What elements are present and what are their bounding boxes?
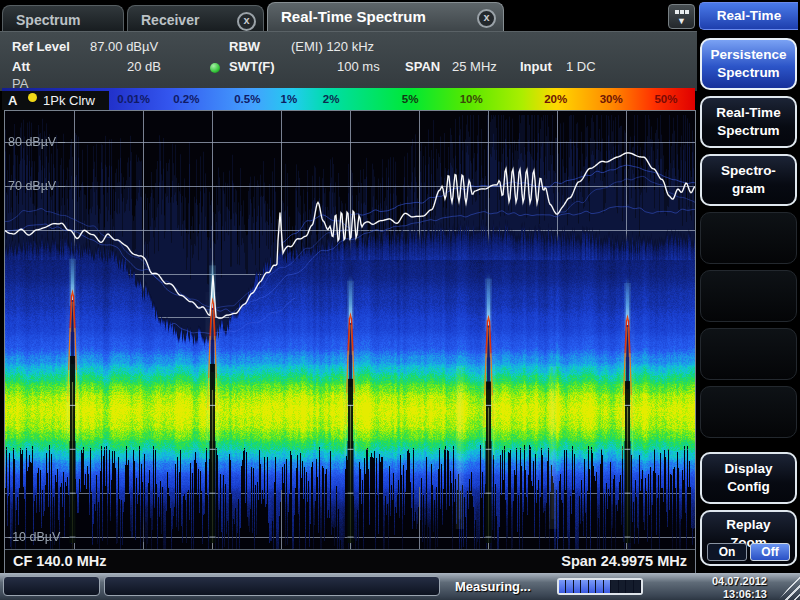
ref-level-label[interactable]: Ref Level — [12, 39, 70, 54]
span-value-bottom[interactable]: Span 24.9975 MHz — [561, 553, 687, 569]
softkey-menu-title: Real-Time — [699, 2, 798, 30]
swt-led-icon — [210, 63, 220, 73]
measuring-status: Measuring... — [455, 579, 531, 594]
trace-color-dot-icon — [28, 93, 37, 102]
frequency-bar: CF 140.0 MHz Span 24.9975 MHz — [5, 549, 695, 573]
grid-dots-icon — [675, 10, 679, 14]
softkey-empty-1[interactable] — [700, 212, 797, 264]
swt-value[interactable]: 100 ms — [337, 59, 380, 74]
softkey-empty-2[interactable] — [700, 270, 797, 322]
scale-label: 0.2% — [173, 93, 199, 105]
detector-label: 1Pk — [43, 93, 65, 108]
status-bar: Measuring... wwwdzcentronic.com 04.07.20… — [0, 573, 800, 600]
y-axis-label: 70 dBµV — [8, 179, 65, 193]
replay-zoom-off[interactable]: Off — [750, 543, 790, 561]
tab-overflow-button[interactable]: ▼ — [668, 4, 695, 29]
softkey-spectrogram[interactable]: Spectro-gram — [700, 154, 797, 206]
trace-info-box: A 1Pk Clrw — [2, 91, 109, 110]
measure-progress-bar — [557, 578, 643, 595]
rbw-label[interactable]: RBW — [229, 39, 260, 54]
softkey-empty-4[interactable] — [700, 386, 797, 438]
close-icon[interactable]: x — [237, 12, 256, 31]
span-value[interactable]: 25 MHz — [452, 59, 497, 74]
tab-real-time-spectrum[interactable]: Real-Time Spectrumx — [267, 2, 504, 32]
softkey-persistence-spectrum[interactable]: PersistenceSpectrum — [700, 38, 797, 90]
chevron-down-icon: ▼ — [669, 16, 694, 26]
y-axis-label: -10 dBµV — [8, 530, 69, 544]
date-label: 04.07.2012 — [712, 575, 767, 588]
close-icon[interactable]: x — [477, 9, 496, 28]
persistence-spectrum-canvas[interactable] — [5, 111, 695, 549]
status-slot-2 — [104, 576, 440, 596]
tab-receiver[interactable]: Receiverx — [127, 5, 264, 32]
instrument-screen: Spectrum Receiverx Real-Time Spectrumx ▼… — [0, 0, 800, 600]
window-label: A — [8, 93, 17, 108]
att-label[interactable]: Att — [12, 59, 30, 74]
tab-spectrum[interactable]: Spectrum — [2, 5, 124, 32]
scale-label: 10% — [460, 93, 483, 105]
span-label[interactable]: SPAN — [405, 59, 440, 74]
status-slot-1 — [3, 576, 100, 596]
y-axis-label: 80 dBµV — [8, 135, 65, 149]
softkey-empty-3[interactable] — [700, 328, 797, 380]
resize-corner-icon — [772, 573, 800, 600]
scale-label: 0.01% — [117, 93, 150, 105]
att-value[interactable]: 20 dB — [127, 59, 161, 74]
scale-label: 2% — [323, 93, 340, 105]
swt-label[interactable]: SWT(F) — [229, 59, 274, 74]
scale-label: 50% — [654, 93, 677, 105]
input-label[interactable]: Input — [520, 59, 552, 74]
softkey-replay-zoom[interactable]: ReplayZoom On Off — [700, 510, 797, 566]
softkey-real-time-spectrum[interactable]: Real-TimeSpectrum — [700, 96, 797, 148]
center-frequency[interactable]: CF 140.0 MHz — [13, 553, 106, 569]
rbw-value[interactable]: (EMI) 120 kHz — [291, 39, 374, 54]
time-label: 13:06:13 — [712, 588, 767, 600]
settings-header: Ref Level 87.00 dBµV RBW (EMI) 120 kHz A… — [0, 31, 697, 91]
scale-label: 20% — [544, 93, 567, 105]
density-color-scale: A 1Pk Clrw 0.01% 0.2% 0.5% 1% 2% 5% 10% … — [2, 88, 695, 110]
softkey-sidebar: Real-Time PersistenceSpectrum Real-TimeS… — [697, 0, 800, 573]
scale-label: 0.5% — [234, 93, 260, 105]
softkey-display-config[interactable]: DisplayConfig — [700, 452, 797, 504]
ref-level-value[interactable]: 87.00 dBµV — [90, 39, 158, 54]
scale-label: 5% — [402, 93, 419, 105]
replay-zoom-on[interactable]: On — [707, 543, 747, 561]
spectrum-display: 80 dBµV 70 dBµV -10 dBµV CF 140.0 MHz Sp… — [4, 110, 696, 573]
scale-label: 30% — [600, 93, 623, 105]
scale-label: 1% — [281, 93, 298, 105]
datetime-display: 04.07.2012 13:06:13 — [712, 575, 767, 600]
trace-mode-label: Clrw — [69, 93, 95, 108]
input-value[interactable]: 1 DC — [566, 59, 596, 74]
